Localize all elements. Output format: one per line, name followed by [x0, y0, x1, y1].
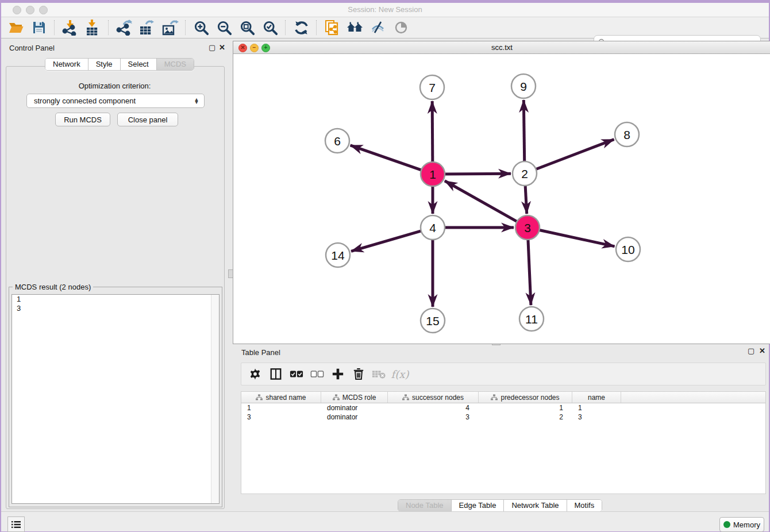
column-header-predecessor-nodes[interactable]: predecessor nodes [479, 392, 572, 403]
toolbar-separator [285, 20, 286, 35]
zoom-fit-icon[interactable] [237, 19, 257, 36]
add-column-icon[interactable] [329, 365, 347, 383]
delete-column-trash-icon[interactable] [349, 365, 368, 383]
cell-mcds-role[interactable]: dominator [321, 403, 388, 413]
export-image-icon[interactable] [160, 19, 180, 36]
control-panel-float-icon[interactable]: ▢ [209, 43, 215, 52]
tab-motifs[interactable]: Motifs [567, 500, 602, 511]
column-header-successor-nodes[interactable]: successor nodes [388, 392, 479, 403]
column-header-mcds-role[interactable]: MCDS role [321, 392, 388, 403]
optimization-criterion-label: Optimization criterion: [1, 82, 228, 90]
mcds-result-list[interactable]: 1 3 [11, 294, 220, 504]
window-title: Session: New Session [1, 5, 769, 14]
task-history-button[interactable] [7, 516, 25, 532]
close-panel-button[interactable]: Close panel [117, 113, 178, 126]
toolbar-separator [316, 20, 317, 35]
toolbar-separator [185, 20, 186, 35]
graph-edge-3-1[interactable] [445, 181, 518, 222]
mcds-result-item[interactable]: 3 [12, 304, 219, 313]
graph-node-label: 11 [525, 313, 538, 326]
show-all-icon[interactable] [391, 19, 411, 36]
deselect-all-rows-icon[interactable] [308, 365, 326, 383]
table-settings-gear-icon[interactable] [246, 365, 264, 383]
cell-shared-name[interactable]: 1 [241, 403, 321, 413]
tab-edge-table[interactable]: Edge Table [452, 500, 505, 511]
graph-node-label: 4 [429, 221, 436, 234]
tab-mcds[interactable]: MCDS [157, 59, 194, 70]
zoom-selected-icon[interactable] [260, 19, 280, 36]
mcds-result-item[interactable]: 1 [12, 295, 219, 304]
graph-edge-3-11[interactable] [528, 238, 531, 305]
column-header-shared-name[interactable]: shared name [241, 392, 321, 403]
table-row[interactable]: 1 dominator 4 1 1 [241, 403, 765, 413]
node-table-header: shared name MCDS role successor nodes pr… [241, 392, 765, 403]
hierarchy-icon [491, 394, 498, 400]
graph-edge-3-10[interactable] [538, 230, 615, 246]
graph-node-label: 3 [524, 221, 531, 234]
mcds-result-title: MCDS result (2 nodes) [13, 283, 93, 291]
control-panel-close-icon[interactable]: ✕ [219, 43, 225, 52]
graph-node-label: 1 [429, 168, 436, 181]
cell-successor-nodes[interactable]: 3 [388, 413, 479, 422]
memory-button[interactable]: Memory [719, 517, 764, 532]
control-panel-title: Control Panel [9, 44, 55, 52]
graph-edge-2-8[interactable] [535, 140, 614, 170]
open-session-icon[interactable] [6, 19, 26, 36]
clone-network-icon[interactable] [322, 19, 342, 36]
run-mcds-button[interactable]: Run MCDS [55, 113, 110, 126]
result-list-scrollbar[interactable] [211, 295, 219, 503]
criterion-value: strongly connected component [27, 97, 191, 105]
graph-edge-4-14[interactable] [351, 230, 422, 251]
tab-network-table[interactable]: Network Table [504, 500, 567, 511]
cell-predecessor-nodes[interactable]: 2 [479, 413, 572, 422]
column-header-name[interactable]: name [572, 392, 621, 403]
save-session-icon[interactable] [29, 19, 49, 36]
zoom-in-icon[interactable] [191, 19, 211, 36]
show-columns-icon[interactable] [267, 365, 285, 383]
tab-network[interactable]: Network [45, 59, 88, 70]
control-panel-tabs: Network Style Select MCDS [45, 58, 194, 71]
graph-edge-1-6[interactable] [351, 145, 422, 171]
status-bar: Memory [1, 511, 769, 531]
cell-predecessor-nodes[interactable]: 1 [479, 403, 572, 413]
import-table-icon[interactable] [83, 19, 103, 36]
tab-select[interactable]: Select [121, 59, 157, 70]
graph-edge-2-3[interactable] [525, 184, 527, 214]
cell-name[interactable]: 3 [572, 413, 621, 422]
tab-node-table[interactable]: Node Table [398, 500, 452, 511]
graph-node-label: 7 [429, 81, 436, 94]
graph-node-label: 9 [520, 80, 527, 93]
table-panel-float-icon[interactable]: ▢ [748, 346, 754, 355]
import-network-icon[interactable] [60, 19, 80, 36]
select-all-rows-icon[interactable] [287, 365, 306, 383]
cell-successor-nodes[interactable]: 4 [388, 403, 479, 413]
apply-layout-icon[interactable] [291, 19, 311, 36]
graph-node-label: 14 [331, 249, 345, 262]
network-window-titlebar[interactable]: ✕ − + scc.txt [233, 41, 770, 54]
graph-edge-1-7[interactable] [432, 101, 433, 163]
column-label: name [588, 394, 605, 402]
column-header-filler [621, 392, 765, 403]
cell-shared-name[interactable]: 3 [241, 413, 321, 422]
toolbar-separator [54, 20, 55, 35]
graph-edge-2-9[interactable] [523, 100, 524, 163]
network-canvas[interactable]: 7968124314101511 [233, 54, 770, 344]
zoom-out-icon[interactable] [214, 19, 234, 36]
export-table-icon[interactable] [137, 19, 157, 36]
application-window: Session: New Session [1, 3, 769, 531]
criterion-dropdown[interactable]: strongly connected component ▲▼ [26, 94, 205, 108]
table-panel-title: Table Panel [241, 348, 280, 357]
table-panel-close-icon[interactable]: ✕ [759, 346, 765, 355]
export-network-icon[interactable] [114, 19, 134, 36]
table-toolbar: f(x) [241, 363, 766, 385]
table-row[interactable]: 3 dominator 3 2 3 [241, 413, 765, 422]
tab-style[interactable]: Style [88, 59, 121, 70]
cell-name[interactable]: 1 [572, 403, 621, 413]
function-builder-icon: f(x) [391, 365, 409, 383]
hide-selected-icon[interactable] [368, 19, 388, 36]
column-label: MCDS role [342, 394, 376, 402]
graph-edge-1-2[interactable] [444, 174, 511, 174]
first-neighbors-icon[interactable] [345, 19, 365, 36]
network-graph[interactable]: 7968124314101511 [233, 54, 769, 343]
cell-mcds-role[interactable]: dominator [321, 413, 388, 422]
